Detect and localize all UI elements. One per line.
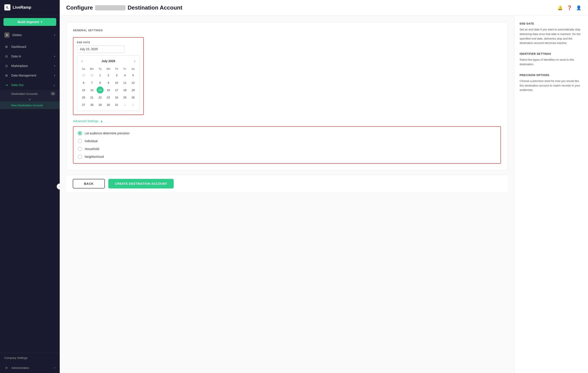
cal-day[interactable]: 2 xyxy=(130,101,136,108)
destination-accounts-item[interactable]: Destination Accounts 6 xyxy=(0,90,60,98)
data-management-icon: ⊞ xyxy=(4,73,9,77)
dashboard-icon: ⊞ xyxy=(4,44,9,49)
database-icon: ⊟ xyxy=(4,54,9,58)
company-settings-item[interactable]: Company Settings xyxy=(0,353,60,362)
cal-day[interactable]: 1 xyxy=(97,72,104,79)
cal-day[interactable]: 27 xyxy=(80,101,87,108)
cal-day[interactable]: 9 xyxy=(105,79,112,86)
precision-individual-label: Individual xyxy=(85,139,97,143)
cal-day[interactable]: 24 xyxy=(113,94,120,101)
cal-day[interactable]: 26 xyxy=(130,94,136,101)
calendar: ‹ July 2025 › Su Mo Tu We Th Fr Sa xyxy=(77,55,140,111)
cal-day[interactable]: 18 xyxy=(121,87,128,93)
cal-day[interactable]: 22 xyxy=(97,94,104,101)
precision-household-label: Household xyxy=(85,147,99,151)
sidebar-item-data-in[interactable]: ⊟ Data In ▾ xyxy=(0,52,60,61)
user-icon[interactable]: 👤 xyxy=(576,5,581,11)
cal-header-sa: Sa xyxy=(129,66,137,71)
cal-day[interactable]: 19 xyxy=(130,87,136,93)
new-destination-account-item[interactable]: New Destination Account xyxy=(0,101,60,109)
cal-day[interactable]: 1 xyxy=(121,101,128,108)
cal-header-tu: Tu xyxy=(96,66,104,71)
cal-day[interactable]: 2 xyxy=(105,72,112,79)
cal-day[interactable]: 5 xyxy=(130,72,136,79)
cal-day[interactable]: 23 xyxy=(105,94,112,101)
sidebar-item-dashboard[interactable]: ⊞ Dashboard xyxy=(0,42,60,52)
cal-day[interactable]: 31 xyxy=(113,101,120,108)
cal-day[interactable]: 3 xyxy=(113,72,120,79)
cal-day[interactable]: 21 xyxy=(88,94,95,101)
cal-day[interactable]: 17 xyxy=(113,87,120,93)
cal-day[interactable]: 11 xyxy=(121,79,128,86)
title-prefix: Configure xyxy=(66,4,93,11)
data-out-arrow: ▲ xyxy=(53,84,55,86)
org-item[interactable]: G Globex ▾ xyxy=(0,30,60,40)
create-destination-account-button[interactable]: CREATE DESTINATION ACCOUNT xyxy=(108,179,174,188)
help-icon[interactable]: ❓ xyxy=(567,5,572,11)
main-content: Configure Destination Account 🔔 ❓ 👤 GENE… xyxy=(60,0,588,373)
cal-day[interactable]: 8 xyxy=(97,79,104,86)
cal-day[interactable]: 10 xyxy=(113,79,120,86)
cal-day[interactable]: 29 xyxy=(97,101,104,108)
content-area: GENERAL SETTINGS END DATE ‹ July 2025 › … xyxy=(60,16,588,373)
company-settings-label: Company Settings xyxy=(4,356,27,360)
chevron-up-icon: ▲ xyxy=(100,119,103,123)
logo-text: LiveRamp xyxy=(13,5,31,10)
top-bar: Configure Destination Account 🔔 ❓ 👤 xyxy=(60,0,588,16)
end-date-container: END DATE ‹ July 2025 › Su Mo Tu xyxy=(73,37,144,115)
cal-day[interactable]: 28 xyxy=(88,101,95,108)
cal-day[interactable]: 6 xyxy=(80,79,87,86)
cal-day[interactable]: 29 xyxy=(80,72,87,79)
marketplace-icon: ⊡ xyxy=(4,64,9,68)
cal-day[interactable]: 7 xyxy=(88,79,95,86)
back-button[interactable]: BACK xyxy=(73,179,105,188)
rail-end-date-title: END DATE xyxy=(520,22,583,25)
administration-item[interactable]: ⚙ Administration ▾ xyxy=(0,362,60,373)
title-redacted xyxy=(95,5,126,11)
cal-day[interactable]: 30 xyxy=(88,72,95,79)
sidebar-item-label: Dashboard xyxy=(11,45,26,48)
cal-day[interactable]: 30 xyxy=(105,101,112,108)
calendar-prev-button[interactable]: ‹ xyxy=(80,58,84,64)
title-suffix: Destination Account xyxy=(128,4,182,11)
destination-accounts-label: Destination Accounts xyxy=(11,92,38,95)
build-segment-button[interactable]: Build Segment ▾ xyxy=(3,18,56,26)
notifications-icon[interactable]: 🔔 xyxy=(557,5,563,11)
cal-header-fr: Fr xyxy=(121,66,129,71)
org-name: Globex xyxy=(12,33,22,37)
precision-neighborhood-label: Neighborhood xyxy=(85,155,104,158)
administration-label: Administration xyxy=(11,366,29,370)
radio-neighborhood xyxy=(78,154,82,159)
sidebar-item-data-management[interactable]: ⊞ Data Management ▾ xyxy=(0,71,60,80)
precision-option-neighborhood[interactable]: Neighborhood xyxy=(78,154,496,159)
cal-day[interactable]: 13 xyxy=(80,87,87,93)
destination-accounts-badge: 6 xyxy=(51,92,55,95)
sidebar-item-marketplace[interactable]: ⊡ Marketplace ▾ xyxy=(0,61,60,71)
cal-day[interactable]: 25 xyxy=(121,94,128,101)
org-arrow: ▾ xyxy=(54,34,55,36)
calendar-next-button[interactable]: › xyxy=(132,58,137,64)
calendar-month-year: July 2025 xyxy=(101,59,115,63)
sidebar-collapse-button[interactable]: ‹ xyxy=(57,184,63,189)
sidebar-bottom: Company Settings ⚙ Administration ▾ xyxy=(0,353,60,373)
precision-option-household[interactable]: Household xyxy=(78,147,496,151)
sidebar: /L LiveRamp Build Segment ▾ G Globex ▾ ⊞… xyxy=(0,0,60,373)
cal-day-selected[interactable]: 15 xyxy=(97,87,104,93)
cal-day[interactable]: 20 xyxy=(80,94,87,101)
cal-day[interactable]: 4 xyxy=(121,72,128,79)
rail-precision-title: PRECISION OPTIONS xyxy=(520,74,583,77)
precision-option-individual[interactable]: Individual xyxy=(78,139,496,143)
rail-identifier-text: Select the types of identifiers to send … xyxy=(520,58,583,67)
radio-audience xyxy=(78,131,82,135)
end-date-input[interactable] xyxy=(77,45,125,53)
sidebar-item-data-out[interactable]: ⇥ Data Out ▲ xyxy=(0,80,60,90)
advanced-settings-toggle[interactable]: Advanced Settings ▲ xyxy=(73,119,501,123)
rail-end-date-section: END DATE Set an end date if you want to … xyxy=(520,22,583,45)
sidebar-item-label: Data Out xyxy=(11,83,23,87)
cal-day[interactable]: 16 xyxy=(105,87,112,93)
precision-option-audience[interactable]: Let audience determine precision xyxy=(78,131,496,135)
cal-header-mo: Mo xyxy=(88,66,96,71)
top-bar-actions: 🔔 ❓ 👤 xyxy=(557,5,581,11)
cal-day[interactable]: 12 xyxy=(130,79,136,86)
cal-day[interactable]: 14 xyxy=(88,87,95,93)
